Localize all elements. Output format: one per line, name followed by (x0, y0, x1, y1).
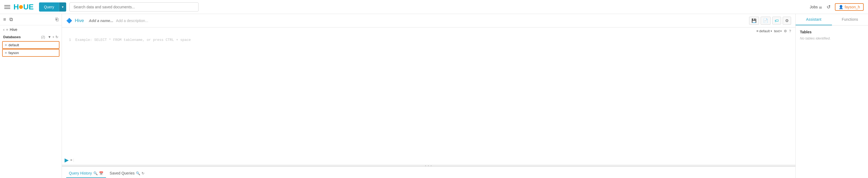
code-editor: ≡ default ▾ text ▾ ⚙ ? 1 Example: SELECT… (62, 28, 795, 167)
line-number-1: 1 (65, 38, 71, 42)
jobs-label: Jobs (810, 5, 818, 9)
databases-label: Databases (3, 35, 39, 39)
hive-bee-icon: 🔷 (66, 18, 72, 24)
code-area[interactable]: 1 Example: SELECT * FROM tablename, or p… (62, 35, 795, 155)
saved-queries-label: Saved Queries (110, 171, 135, 175)
new-file-button[interactable]: 📄 (761, 17, 771, 25)
saved-queries-refresh-icon[interactable]: ↻ (142, 171, 145, 175)
sidebar-icon-bar: ≡ ⧉ ⎗ (0, 14, 62, 25)
save-button[interactable]: 💾 (749, 17, 759, 25)
stop-square-icon: ■ (70, 158, 72, 162)
editor-area: 🔷 Hive Add a name... Add a description..… (62, 14, 795, 178)
copy-icon[interactable]: ⧉ (9, 17, 13, 22)
back-arrow-icon: ‹ (3, 28, 5, 32)
right-panel: Assistant Functions Tables No tables ide… (795, 14, 868, 178)
code-content[interactable]: Example: SELECT * FROM tablename, or pre… (75, 37, 795, 152)
stop-button[interactable]: ■ | (70, 158, 74, 162)
tab-query-history[interactable]: Query History 🔍 📅 (66, 169, 106, 178)
sidebar-nav-hive[interactable]: ‹ ≡ Hive (0, 25, 62, 34)
tab-saved-queries[interactable]: Saved Queries 🔍 ↻ (107, 169, 148, 178)
databases-count: (2) (41, 35, 45, 39)
assistant-tab-label: Assistant (806, 17, 822, 22)
editor-toolbar: 🔷 Hive Add a name... Add a description..… (62, 14, 795, 28)
db-selector-label: default (759, 29, 770, 33)
query-history-label: Query History (69, 171, 92, 175)
tab-assistant[interactable]: Assistant (796, 14, 832, 25)
help-icon[interactable]: ? (789, 29, 791, 33)
user-button[interactable]: 👤 fayson_h (835, 3, 864, 11)
sidebar-hive-label: Hive (10, 28, 17, 32)
query-dropdown-button[interactable]: ▾ (59, 2, 66, 11)
format-selector-label: text (774, 29, 780, 33)
editor-meta-bar: ≡ default ▾ text ▾ ⚙ ? (62, 28, 795, 35)
db-item-default[interactable]: ≡ default (2, 41, 59, 49)
db-selector[interactable]: ≡ default ▾ (756, 29, 772, 33)
db-action-icons: ▼ + ↻ (48, 35, 58, 39)
db-item-fayson-label: fayson (9, 51, 19, 55)
db-layers-icon: ≡ (756, 29, 758, 33)
jobs-link[interactable]: Jobs ⚌ (810, 5, 823, 9)
tables-label: Tables (800, 30, 864, 34)
add-db-icon[interactable]: + (52, 35, 54, 39)
folder-icon[interactable]: ⎗ (55, 17, 58, 22)
right-panel-tabs: Assistant Functions (796, 14, 868, 26)
refresh-db-icon[interactable]: ↻ (55, 35, 58, 39)
topbar: H UE Query ▾ Jobs ⚌ ↺ 👤 fayson_h (0, 0, 868, 14)
line-numbers: 1 (65, 37, 71, 152)
tags-button[interactable]: 🏷 (772, 17, 781, 25)
search-input[interactable] (69, 2, 198, 11)
format-selector[interactable]: text ▾ (774, 29, 782, 33)
settings-button[interactable]: ⚙ (783, 17, 791, 25)
query-main-button[interactable]: Query (39, 2, 59, 11)
query-history-search-icon[interactable]: 🔍 (93, 171, 98, 175)
db-icon-fayson: ≡ (5, 51, 7, 55)
filter-icon[interactable]: ▼ (48, 35, 52, 39)
databases-header: Databases (2) ▼ + ↻ (0, 34, 62, 40)
logo-ue-text: UE (23, 3, 34, 11)
user-icon: 👤 (839, 5, 843, 9)
saved-queries-search-icon[interactable]: 🔍 (136, 171, 140, 175)
editor-controls: ▶ ■ | (62, 155, 795, 165)
add-name-label[interactable]: Add a name... (89, 19, 113, 23)
user-label: fayson_h (845, 5, 860, 9)
layers-db-icon: ≡ (6, 28, 8, 32)
no-tables-text: No tables identified. (800, 36, 864, 40)
editor-hive-label: Hive (75, 18, 84, 24)
db-dropdown-icon: ▾ (771, 30, 772, 33)
history-icon[interactable]: ↺ (827, 4, 831, 10)
tab-bar: Query History 🔍 📅 Saved Queries 🔍 ↻ (66, 167, 791, 178)
db-icon-default: ≡ (5, 43, 7, 47)
run-button[interactable]: ▶ (65, 157, 69, 163)
resize-handle[interactable]: • • • (62, 165, 795, 167)
stop-divider: | (73, 158, 74, 162)
functions-tab-label: Functions (842, 17, 858, 22)
editor-gear-icon[interactable]: ⚙ (784, 29, 787, 33)
query-button-group: Query ▾ (39, 2, 66, 11)
add-desc-label[interactable]: Add a description... (116, 19, 148, 23)
tab-functions[interactable]: Functions (832, 14, 868, 25)
hamburger-menu-icon[interactable] (4, 5, 10, 9)
editor-action-buttons: 💾 📄 🏷 ⚙ (749, 17, 791, 25)
topbar-right: Jobs ⚌ ↺ 👤 fayson_h (810, 3, 864, 11)
db-item-fayson[interactable]: ≡ fayson (2, 49, 59, 57)
query-history-calendar-icon[interactable]: 📅 (99, 171, 103, 175)
left-sidebar: ≡ ⧉ ⎗ ‹ ≡ Hive Databases (2) ▼ + ↻ ≡ def… (0, 14, 62, 178)
logo-circle (19, 5, 23, 9)
main-layout: ≡ ⧉ ⎗ ‹ ≡ Hive Databases (2) ▼ + ↻ ≡ def… (0, 14, 868, 178)
format-dropdown-icon: ▾ (780, 30, 782, 33)
code-placeholder: Example: SELECT * FROM tablename, or pre… (75, 38, 191, 42)
resize-dots: • • • (425, 164, 432, 167)
jobs-filter-icon: ⚌ (819, 5, 822, 9)
layers-icon[interactable]: ≡ (3, 17, 6, 22)
right-panel-content: Tables No tables identified. (796, 26, 868, 45)
database-list: ≡ default ≡ fayson (0, 40, 62, 58)
logo-h-text: H (13, 3, 19, 11)
db-item-default-label: default (9, 43, 19, 47)
bottom-tabs: Query History 🔍 📅 Saved Queries 🔍 ↻ (62, 167, 795, 178)
logo: H UE (13, 3, 34, 11)
